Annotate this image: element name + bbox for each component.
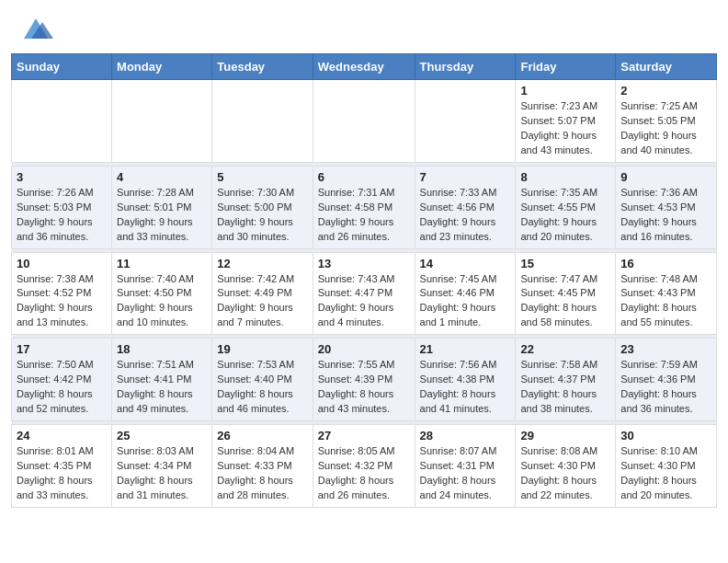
day-number: 19 — [217, 342, 307, 356]
day-cell-10: 10Sunrise: 7:38 AM Sunset: 4:52 PM Dayli… — [12, 252, 112, 335]
day-cell-28: 28Sunrise: 8:07 AM Sunset: 4:31 PM Dayli… — [415, 425, 516, 508]
day-cell-27: 27Sunrise: 8:05 AM Sunset: 4:32 PM Dayli… — [313, 425, 415, 508]
day-number: 23 — [620, 342, 711, 356]
day-info: Sunrise: 7:58 AM Sunset: 4:37 PM Dayligh… — [520, 358, 610, 417]
day-cell-29: 29Sunrise: 8:08 AM Sunset: 4:30 PM Dayli… — [516, 425, 616, 508]
day-number: 5 — [217, 170, 307, 184]
day-info: Sunrise: 7:59 AM Sunset: 4:36 PM Dayligh… — [620, 358, 711, 417]
day-info: Sunrise: 8:01 AM Sunset: 4:35 PM Dayligh… — [17, 444, 107, 503]
day-cell-24: 24Sunrise: 8:01 AM Sunset: 4:35 PM Dayli… — [12, 425, 112, 508]
day-info: Sunrise: 7:33 AM Sunset: 4:56 PM Dayligh… — [420, 186, 511, 245]
logo — [18, 13, 58, 48]
day-info: Sunrise: 7:28 AM Sunset: 5:01 PM Dayligh… — [117, 186, 207, 245]
day-number: 28 — [420, 429, 511, 442]
day-cell-25: 25Sunrise: 8:03 AM Sunset: 4:34 PM Dayli… — [112, 425, 212, 508]
day-number: 22 — [520, 342, 610, 356]
day-info: Sunrise: 8:07 AM Sunset: 4:31 PM Dayligh… — [420, 444, 511, 503]
day-header-tuesday: Tuesday — [212, 54, 313, 80]
day-cell-empty — [313, 80, 415, 163]
day-info: Sunrise: 7:50 AM Sunset: 4:42 PM Dayligh… — [17, 358, 107, 417]
day-number: 6 — [318, 170, 410, 184]
day-number: 24 — [17, 429, 107, 442]
day-info: Sunrise: 7:31 AM Sunset: 4:58 PM Dayligh… — [318, 186, 410, 245]
day-cell-23: 23Sunrise: 7:59 AM Sunset: 4:36 PM Dayli… — [616, 339, 717, 421]
day-cell-21: 21Sunrise: 7:56 AM Sunset: 4:38 PM Dayli… — [415, 339, 516, 421]
day-cell-9: 9Sunrise: 7:36 AM Sunset: 4:53 PM Daylig… — [616, 166, 717, 248]
calendar-header: SundayMondayTuesdayWednesdayThursdayFrid… — [12, 54, 717, 80]
day-cell-2: 2Sunrise: 7:25 AM Sunset: 5:05 PM Daylig… — [616, 80, 717, 163]
day-info: Sunrise: 7:45 AM Sunset: 4:46 PM Dayligh… — [420, 272, 511, 331]
day-info: Sunrise: 7:51 AM Sunset: 4:41 PM Dayligh… — [117, 358, 207, 417]
day-info: Sunrise: 8:05 AM Sunset: 4:32 PM Dayligh… — [318, 444, 410, 503]
day-number: 21 — [420, 342, 511, 356]
day-info: Sunrise: 7:25 AM Sunset: 5:05 PM Dayligh… — [620, 99, 711, 158]
day-number: 17 — [17, 342, 107, 356]
day-cell-4: 4Sunrise: 7:28 AM Sunset: 5:01 PM Daylig… — [112, 166, 212, 248]
day-info: Sunrise: 7:26 AM Sunset: 5:03 PM Dayligh… — [17, 186, 107, 245]
day-number: 10 — [17, 257, 107, 270]
day-number: 30 — [620, 429, 711, 442]
day-number: 18 — [117, 342, 207, 356]
day-number: 27 — [318, 429, 410, 442]
day-cell-17: 17Sunrise: 7:50 AM Sunset: 4:42 PM Dayli… — [12, 339, 112, 421]
day-info: Sunrise: 7:30 AM Sunset: 5:00 PM Dayligh… — [217, 186, 307, 245]
day-number: 16 — [620, 257, 711, 270]
day-cell-19: 19Sunrise: 7:53 AM Sunset: 4:40 PM Dayli… — [212, 339, 313, 421]
day-info: Sunrise: 7:56 AM Sunset: 4:38 PM Dayligh… — [420, 358, 511, 417]
day-header-sunday: Sunday — [12, 54, 112, 80]
day-cell-empty — [112, 80, 212, 163]
day-info: Sunrise: 7:35 AM Sunset: 4:55 PM Dayligh… — [520, 186, 610, 245]
day-info: Sunrise: 7:42 AM Sunset: 4:49 PM Dayligh… — [217, 272, 307, 331]
day-info: Sunrise: 8:03 AM Sunset: 4:34 PM Dayligh… — [117, 444, 207, 503]
day-info: Sunrise: 7:40 AM Sunset: 4:50 PM Dayligh… — [117, 272, 207, 331]
day-info: Sunrise: 7:48 AM Sunset: 4:43 PM Dayligh… — [620, 272, 711, 331]
day-cell-empty — [12, 80, 112, 163]
day-header-wednesday: Wednesday — [313, 54, 415, 80]
table-wrapper: SundayMondayTuesdayWednesdayThursdayFrid… — [0, 53, 728, 519]
day-cell-22: 22Sunrise: 7:58 AM Sunset: 4:37 PM Dayli… — [516, 339, 616, 421]
day-number: 1 — [520, 84, 610, 98]
day-cell-7: 7Sunrise: 7:33 AM Sunset: 4:56 PM Daylig… — [415, 166, 516, 248]
day-number: 25 — [117, 429, 207, 442]
day-number: 11 — [117, 257, 207, 270]
day-number: 14 — [420, 257, 511, 270]
day-number: 2 — [620, 84, 711, 98]
calendar-table: SundayMondayTuesdayWednesdayThursdayFrid… — [11, 53, 717, 508]
day-info: Sunrise: 8:04 AM Sunset: 4:33 PM Dayligh… — [217, 444, 307, 503]
day-info: Sunrise: 7:47 AM Sunset: 4:45 PM Dayligh… — [520, 272, 610, 331]
day-cell-3: 3Sunrise: 7:26 AM Sunset: 5:03 PM Daylig… — [12, 166, 112, 248]
day-number: 3 — [17, 170, 107, 184]
day-cell-14: 14Sunrise: 7:45 AM Sunset: 4:46 PM Dayli… — [415, 252, 516, 335]
day-number: 20 — [318, 342, 410, 356]
day-cell-11: 11Sunrise: 7:40 AM Sunset: 4:50 PM Dayli… — [112, 252, 212, 335]
day-info: Sunrise: 7:55 AM Sunset: 4:39 PM Dayligh… — [318, 358, 410, 417]
day-header-friday: Friday — [516, 54, 616, 80]
day-cell-18: 18Sunrise: 7:51 AM Sunset: 4:41 PM Dayli… — [112, 339, 212, 421]
day-cell-empty — [415, 80, 516, 163]
day-cell-12: 12Sunrise: 7:42 AM Sunset: 4:49 PM Dayli… — [212, 252, 313, 335]
logo-icon — [18, 13, 53, 48]
day-header-thursday: Thursday — [415, 54, 516, 80]
day-number: 8 — [520, 170, 610, 184]
day-cell-8: 8Sunrise: 7:35 AM Sunset: 4:55 PM Daylig… — [516, 166, 616, 248]
day-number: 12 — [217, 257, 307, 270]
day-info: Sunrise: 8:10 AM Sunset: 4:30 PM Dayligh… — [620, 444, 711, 503]
day-header-saturday: Saturday — [616, 54, 717, 80]
day-number: 7 — [420, 170, 511, 184]
day-number: 13 — [318, 257, 410, 270]
day-cell-16: 16Sunrise: 7:48 AM Sunset: 4:43 PM Dayli… — [616, 252, 717, 335]
day-number: 15 — [520, 257, 610, 270]
header — [0, 0, 728, 53]
day-header-monday: Monday — [112, 54, 212, 80]
day-number: 4 — [117, 170, 207, 184]
day-cell-1: 1Sunrise: 7:23 AM Sunset: 5:07 PM Daylig… — [516, 80, 616, 163]
day-info: Sunrise: 7:23 AM Sunset: 5:07 PM Dayligh… — [520, 99, 610, 158]
day-info: Sunrise: 7:53 AM Sunset: 4:40 PM Dayligh… — [217, 358, 307, 417]
day-info: Sunrise: 7:43 AM Sunset: 4:47 PM Dayligh… — [318, 272, 410, 331]
day-number: 29 — [520, 429, 610, 442]
day-cell-20: 20Sunrise: 7:55 AM Sunset: 4:39 PM Dayli… — [313, 339, 415, 421]
day-cell-5: 5Sunrise: 7:30 AM Sunset: 5:00 PM Daylig… — [212, 166, 313, 248]
day-cell-15: 15Sunrise: 7:47 AM Sunset: 4:45 PM Dayli… — [516, 252, 616, 335]
day-cell-13: 13Sunrise: 7:43 AM Sunset: 4:47 PM Dayli… — [313, 252, 415, 335]
day-cell-26: 26Sunrise: 8:04 AM Sunset: 4:33 PM Dayli… — [212, 425, 313, 508]
